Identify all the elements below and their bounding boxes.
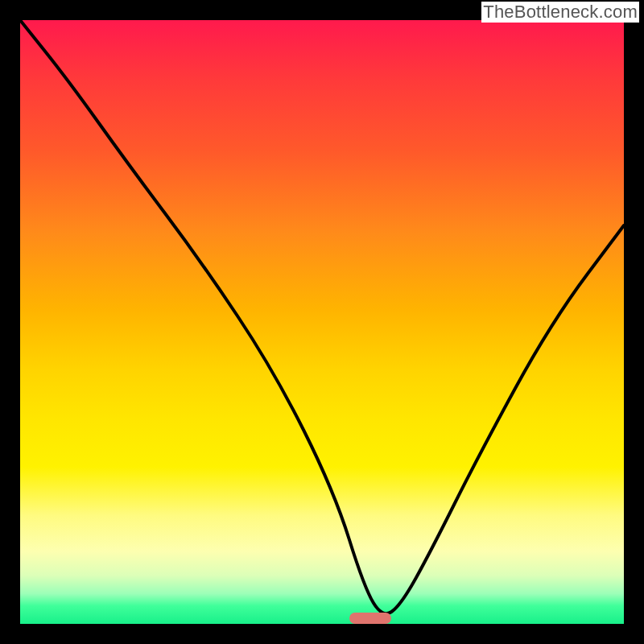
watermark-text: TheBottleneck.com [481,2,639,23]
plot-area [20,20,624,624]
chart-frame: TheBottleneck.com [0,0,644,644]
minimum-marker [349,613,391,624]
bottleneck-curve [20,20,624,624]
